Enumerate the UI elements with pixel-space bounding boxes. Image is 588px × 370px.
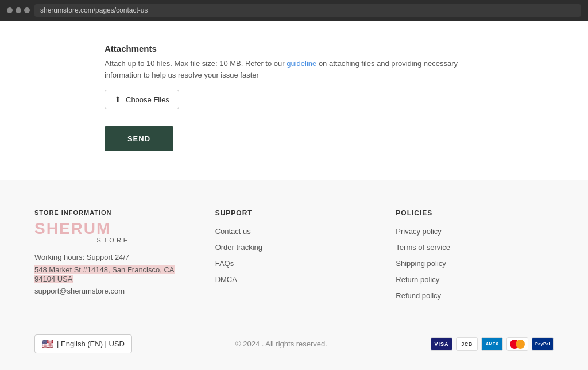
list-item: Shipping policy [396, 259, 554, 268]
support-title: SUPPORT [215, 209, 373, 217]
attachments-section: Attachments Attach up to 10 files. Max f… [105, 44, 483, 109]
store-address: 548 Market St #14148, San Francisco, CA … [34, 265, 175, 283]
paypal-icon: PayPal [532, 337, 554, 351]
visa-icon: VISA [431, 337, 452, 351]
logo-container: SHERUM STORE [34, 221, 192, 244]
us-flag-icon: 🇺🇸 [42, 338, 53, 349]
dmca-link[interactable]: DMCA [215, 275, 237, 284]
jcb-icon: JCB [456, 337, 478, 351]
footer-support-col: SUPPORT Contact us Order tracking FAQs D… [215, 209, 373, 300]
url-bar[interactable]: sherumstore.com/pages/contact-us [34, 4, 581, 17]
guideline-link[interactable]: guideline [287, 59, 316, 68]
list-item: FAQs [215, 259, 373, 268]
dot-yellow [16, 7, 21, 13]
footer-policies-col: POLICIES Privacy policy Terms of service… [396, 209, 554, 300]
main-content: Attachments Attach up to 10 files. Max f… [93, 21, 495, 174]
support-links: Contact us Order tracking FAQs DMCA [215, 226, 373, 284]
policies-links: Privacy policy Terms of service Shipping… [396, 226, 554, 300]
footer-grid: STORE INFORMATION SHERUM STORE Working h… [34, 209, 554, 300]
list-item: Refund policy [396, 291, 554, 300]
address-block: 548 Market St #14148, San Francisco, CA … [34, 265, 192, 283]
store-email: support@sherumstore.com [34, 287, 192, 295]
mastercard-icon [506, 337, 528, 351]
terms-of-service-link[interactable]: Terms of service [396, 243, 450, 252]
privacy-policy-link[interactable]: Privacy policy [396, 227, 441, 236]
list-item: Contact us [215, 226, 373, 236]
choose-files-button[interactable]: ⬆ Choose Files [105, 90, 179, 109]
store-info-label: STORE INFORMATION [34, 209, 192, 216]
return-policy-link[interactable]: Return policy [396, 275, 439, 284]
footer-bottom: 🇺🇸 | English (EN) | USD © 2024 . All rig… [34, 323, 554, 353]
send-button[interactable]: SEND [105, 126, 173, 151]
logo-store: STORE [34, 237, 192, 244]
footer-brand: STORE INFORMATION SHERUM STORE Working h… [34, 209, 192, 300]
language-selector[interactable]: 🇺🇸 | English (EN) | USD [34, 334, 132, 353]
attachments-description: Attach up to 10 files. Max file size: 10… [105, 58, 483, 80]
working-hours: Working hours: Support 24/7 [34, 253, 192, 261]
faqs-link[interactable]: FAQs [215, 259, 234, 268]
list-item: Return policy [396, 275, 554, 284]
shipping-policy-link[interactable]: Shipping policy [396, 259, 446, 268]
payment-icons: VISA JCB AMEX PayPal [431, 337, 554, 351]
logo-sherum: SHERUM [34, 221, 192, 237]
window-controls [7, 7, 30, 13]
refund-policy-link[interactable]: Refund policy [396, 291, 441, 300]
amex-icon: AMEX [481, 337, 503, 351]
copyright-text: © 2024 . All rights reserved. [235, 340, 327, 348]
upload-icon: ⬆ [114, 95, 121, 104]
browser-chrome: sherumstore.com/pages/contact-us [0, 0, 588, 21]
order-tracking-link[interactable]: Order tracking [215, 243, 262, 252]
attachments-title: Attachments [105, 44, 483, 53]
list-item: Terms of service [396, 242, 554, 252]
footer: STORE INFORMATION SHERUM STORE Working h… [0, 180, 588, 370]
dot-red [7, 7, 13, 13]
list-item: Order tracking [215, 242, 373, 252]
dot-green [24, 7, 30, 13]
list-item: Privacy policy [396, 226, 554, 236]
contact-us-link[interactable]: Contact us [215, 227, 251, 236]
list-item: DMCA [215, 275, 373, 284]
policies-title: POLICIES [396, 209, 554, 217]
